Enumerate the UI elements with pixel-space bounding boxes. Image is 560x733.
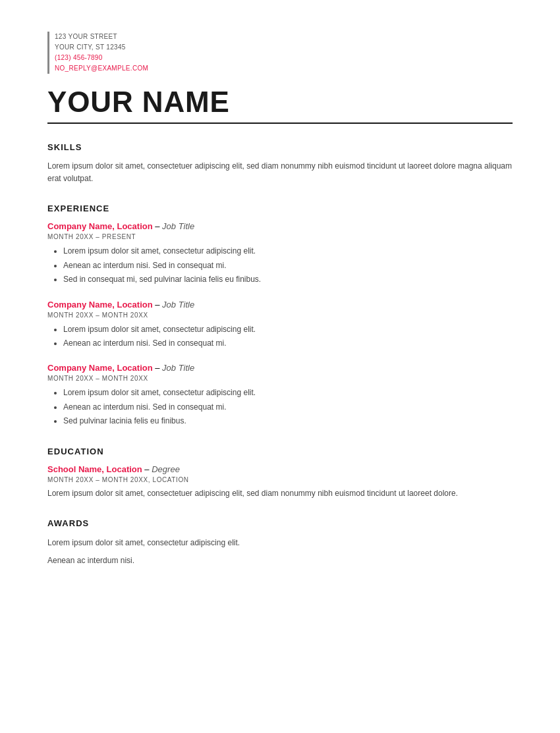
- name-section: YOUR NAME: [47, 86, 513, 124]
- company-name-3: Company Name, Location: [47, 363, 153, 373]
- contact-email: NO_REPLY@EXAMPLE.COM: [55, 63, 513, 74]
- company-name-1: Company Name, Location: [47, 221, 153, 231]
- skills-body: Lorem ipsum dolor sit amet, consectetuer…: [47, 160, 513, 185]
- company-name-2: Company Name, Location: [47, 300, 153, 310]
- company-line-2: Company Name, Location – Job Title: [47, 300, 513, 310]
- education-entry-1: School Name, Location – Degree MONTH 20X…: [47, 464, 513, 500]
- bullet-3-3: Sed pulvinar lacinia felis eu finibus.: [63, 414, 513, 427]
- edu-date-range-1: MONTH 20XX – MONTH 20XX, LOCATION: [47, 476, 513, 483]
- main-name: YOUR NAME: [47, 86, 513, 119]
- awards-line-2: Aenean ac interdum nisi.: [47, 554, 513, 568]
- education-section: EDUCATION School Name, Location – Degree…: [47, 447, 513, 500]
- date-range-3: MONTH 20XX – MONTH 20XX: [47, 375, 513, 382]
- company-line-3: Company Name, Location – Job Title: [47, 363, 513, 373]
- contact-city: YOUR CITY, ST 12345: [55, 42, 513, 53]
- awards-title: AWARDS: [47, 518, 513, 528]
- contact-phone: (123) 456-7890: [55, 53, 513, 63]
- bullet-3-1: Lorem ipsum dolor sit amet, consectetur …: [63, 386, 513, 399]
- contact-street: 123 YOUR STREET: [55, 32, 513, 42]
- degree-1: Degree: [152, 464, 180, 474]
- bullet-1-2: Aenean ac interdum nisi. Sed in consequa…: [63, 259, 513, 272]
- experience-entry-3: Company Name, Location – Job Title MONTH…: [47, 363, 513, 427]
- dash-3: –: [153, 363, 162, 373]
- bullet-list-2: Lorem ipsum dolor sit amet, consectetur …: [47, 323, 513, 350]
- experience-entry-2: Company Name, Location – Job Title MONTH…: [47, 300, 513, 350]
- school-line-1: School Name, Location – Degree: [47, 464, 513, 474]
- company-line-1: Company Name, Location – Job Title: [47, 221, 513, 231]
- awards-body: Lorem ipsum dolor sit amet, consectetur …: [47, 536, 513, 568]
- dash-1: –: [153, 221, 162, 231]
- edu-body-1: Lorem ipsum dolor sit amet, consectetuer…: [47, 487, 513, 500]
- skills-section: SKILLS Lorem ipsum dolor sit amet, conse…: [47, 142, 513, 185]
- job-title-2: Job Title: [162, 300, 194, 310]
- dash-2: –: [153, 300, 162, 310]
- skills-title: SKILLS: [47, 142, 513, 152]
- contact-info: 123 YOUR STREET YOUR CITY, ST 12345 (123…: [47, 32, 513, 74]
- awards-line-1: Lorem ipsum dolor sit amet, consectetur …: [47, 536, 513, 551]
- experience-entry-1: Company Name, Location – Job Title MONTH…: [47, 221, 513, 286]
- bullet-list-3: Lorem ipsum dolor sit amet, consectetur …: [47, 386, 513, 427]
- date-range-1: MONTH 20XX – PRESENT: [47, 233, 513, 240]
- edu-dash-1: –: [142, 464, 152, 474]
- bullet-1-3: Sed in consequat mi, sed pulvinar lacini…: [63, 273, 513, 286]
- bullet-3-2: Aenean ac interdum nisi. Sed in consequa…: [63, 400, 513, 414]
- education-title: EDUCATION: [47, 447, 513, 456]
- school-name-1: School Name, Location: [47, 464, 142, 474]
- date-range-2: MONTH 20XX – MONTH 20XX: [47, 312, 513, 319]
- job-title-1: Job Title: [162, 221, 194, 231]
- experience-section: EXPERIENCE Company Name, Location – Job …: [47, 204, 513, 427]
- awards-section: AWARDS Lorem ipsum dolor sit amet, conse…: [47, 518, 513, 568]
- bullet-2-1: Lorem ipsum dolor sit amet, consectetur …: [63, 323, 513, 336]
- name-divider: [47, 122, 513, 124]
- experience-title: EXPERIENCE: [47, 204, 513, 213]
- bullet-list-1: Lorem ipsum dolor sit amet, consectetur …: [47, 244, 513, 286]
- job-title-3: Job Title: [162, 363, 194, 373]
- resume-page: 123 YOUR STREET YOUR CITY, ST 12345 (123…: [0, 0, 560, 733]
- bullet-1-1: Lorem ipsum dolor sit amet, consectetur …: [63, 244, 513, 258]
- bullet-2-2: Aenean ac interdum nisi. Sed in consequa…: [63, 337, 513, 350]
